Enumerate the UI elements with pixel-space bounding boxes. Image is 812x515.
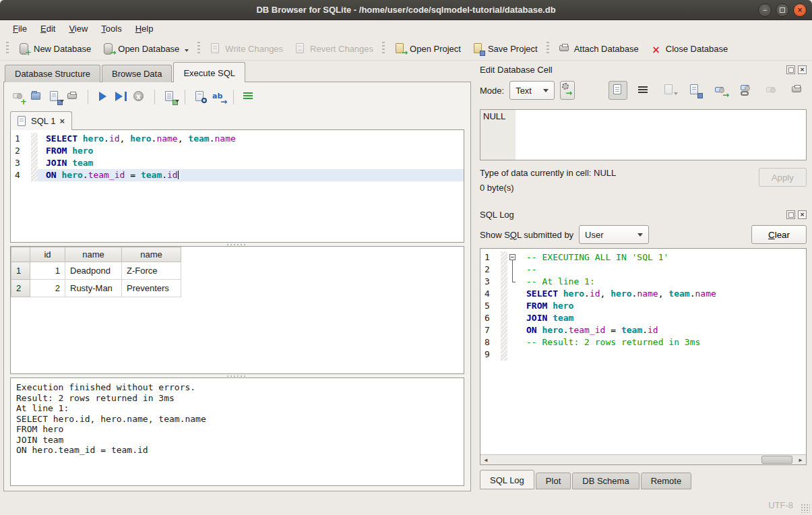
tab-browse-data[interactable]: Browse Data — [102, 65, 172, 82]
sql-editor[interactable]: 1SELECT hero.id, hero.name, team.name2FR… — [10, 129, 464, 243]
code-text[interactable] — [518, 349, 806, 361]
menu-help[interactable]: Help — [129, 22, 160, 36]
code-text[interactable]: -- — [518, 264, 806, 276]
code-line[interactable]: 2FROM hero — [11, 145, 464, 157]
code-line[interactable]: 5FROM hero — [480, 300, 806, 312]
table-cell[interactable]: Deadpond — [65, 262, 122, 280]
edit-cell-dock-title[interactable]: Edit Database Cell × — [480, 62, 807, 77]
sql-log-dock-title[interactable]: SQL Log × — [480, 207, 807, 222]
code-line[interactable]: 4ON hero.team_id = team.id — [11, 169, 464, 181]
code-line[interactable]: 3-- At line 1: — [480, 276, 806, 288]
tab-plot[interactable]: Plot — [536, 473, 571, 489]
code-text[interactable]: SELECT hero.id, hero.name, team.name — [38, 133, 464, 145]
table-cell[interactable]: 2 — [30, 280, 65, 297]
float-dock-icon[interactable] — [786, 65, 795, 74]
close-dock-icon[interactable]: × — [798, 65, 807, 74]
open-project-button[interactable]: → Open Project — [388, 40, 466, 57]
toolbar-grip[interactable] — [197, 42, 200, 55]
menu-tools[interactable]: Tools — [95, 22, 127, 36]
code-text[interactable]: -- Result: 2 rows returned in 3ms — [518, 336, 806, 349]
code-line[interactable]: 2-- — [480, 264, 806, 276]
menu-file[interactable]: File — [7, 22, 33, 36]
find-in-sql-icon[interactable] — [193, 90, 207, 104]
format-case-icon[interactable]: ab→ — [212, 90, 225, 104]
fold-marker-icon[interactable]: − — [507, 251, 518, 264]
code-text[interactable]: -- At line 1: — [518, 276, 806, 288]
toolbar-grip[interactable] — [546, 42, 549, 55]
code-line[interactable]: 6JOIN team — [480, 312, 806, 324]
execute-line-icon[interactable] — [115, 90, 128, 104]
table-cell[interactable]: Z-Force — [122, 262, 181, 280]
column-header[interactable]: id — [30, 247, 65, 262]
code-line[interactable]: 9 — [480, 349, 806, 361]
link-cell-icon[interactable] — [737, 81, 755, 100]
table-cell[interactable]: 1 — [30, 262, 65, 280]
code-text[interactable]: SELECT hero.id, hero.name, team.name — [518, 288, 806, 300]
save-sql-file-icon[interactable] — [48, 90, 61, 104]
minimize-button[interactable]: − — [758, 3, 772, 17]
title-bar[interactable]: DB Browser for SQLite - /home/user/code/… — [0, 0, 812, 20]
new-database-button[interactable]: + New Database — [12, 40, 96, 57]
encoding-indicator[interactable]: UTF-8 — [768, 500, 793, 510]
sql-document-tab[interactable]: SQL 1 × — [10, 111, 72, 130]
print-sql-icon[interactable] — [66, 90, 80, 104]
toolbar-grip[interactable] — [6, 42, 9, 55]
close-dock-icon[interactable]: × — [798, 210, 807, 219]
open-in-external-icon[interactable]: → — [711, 81, 730, 100]
scroll-right-icon[interactable]: ▶ — [795, 455, 806, 465]
code-line[interactable]: 1−-- EXECUTING ALL IN 'SQL 1' — [480, 251, 806, 264]
corner-header[interactable] — [11, 247, 30, 262]
text-mode-icon[interactable] — [608, 81, 627, 100]
submitter-combobox[interactable]: User — [579, 225, 649, 244]
save-project-button[interactable]: Save Project — [466, 40, 543, 57]
row-header[interactable]: 1 — [11, 262, 30, 280]
row-header[interactable]: 2 — [11, 280, 30, 297]
scrollbar-thumb[interactable] — [761, 456, 792, 464]
code-text[interactable]: ON hero.team_id = team.id — [518, 324, 806, 336]
maximize-button[interactable] — [776, 3, 789, 17]
scroll-left-icon[interactable]: ◀ — [480, 455, 491, 465]
code-text[interactable]: ON hero.team_id = team.id — [38, 169, 464, 181]
code-text[interactable]: JOIN team — [518, 312, 806, 324]
save-results-icon[interactable] — [163, 90, 177, 104]
word-wrap-icon[interactable] — [634, 81, 653, 100]
tab-execute-sql[interactable]: Execute SQL — [173, 62, 245, 82]
column-header[interactable]: name — [122, 247, 181, 262]
code-text[interactable]: -- EXECUTING ALL IN 'SQL 1' — [518, 251, 806, 264]
float-dock-icon[interactable] — [786, 210, 795, 219]
print-cell-icon[interactable] — [788, 81, 807, 100]
sql-log-view[interactable]: 1−-- EXECUTING ALL IN 'SQL 1'2--3-- At l… — [480, 248, 807, 465]
horizontal-scrollbar[interactable]: ◀ ▶ — [480, 454, 806, 464]
clear-log-button[interactable]: Clear — [751, 225, 807, 244]
apply-mode-button[interactable]: → — [560, 81, 575, 100]
close-database-button[interactable]: × Close Database — [644, 40, 734, 57]
table-cell[interactable]: Rusty-Man — [65, 280, 122, 297]
toolbar-grip[interactable] — [382, 42, 385, 55]
code-line[interactable]: 1SELECT hero.id, hero.name, team.name — [11, 133, 464, 145]
code-line[interactable]: 3JOIN team — [11, 157, 464, 169]
code-text[interactable]: FROM hero — [518, 300, 806, 312]
resize-grip[interactable] — [801, 504, 810, 513]
code-line[interactable]: 7ON hero.team_id = team.id — [480, 324, 806, 336]
execute-all-icon[interactable] — [96, 90, 110, 104]
export-cell-icon[interactable] — [685, 81, 704, 100]
tab-db-schema[interactable]: DB Schema — [572, 473, 639, 489]
table-cell[interactable]: Preventers — [122, 280, 181, 297]
close-button[interactable]: × — [793, 3, 807, 17]
tab-sql-log[interactable]: SQL Log — [480, 470, 534, 489]
code-line[interactable]: 8-- Result: 2 rows returned in 3ms — [480, 336, 806, 349]
scrollbar-track[interactable] — [491, 455, 795, 464]
mode-combobox[interactable]: Text — [509, 81, 555, 100]
menu-view[interactable]: View — [63, 22, 94, 36]
close-sql-tab-icon[interactable]: × — [59, 116, 65, 126]
auto-format-icon[interactable] — [242, 90, 255, 104]
open-sql-file-icon[interactable] — [30, 90, 43, 104]
attach-database-button[interactable]: Attach Database — [553, 40, 644, 57]
new-sql-tab-icon[interactable]: + — [11, 90, 25, 104]
execution-message[interactable]: Execution finished without errors.Result… — [10, 377, 464, 486]
tab-remote[interactable]: Remote — [641, 473, 692, 489]
tab-database-structure[interactable]: Database Structure — [5, 65, 100, 82]
column-header[interactable]: name — [65, 247, 122, 262]
cell-value-editor[interactable]: NULL — [480, 109, 807, 160]
code-text[interactable]: JOIN team — [38, 157, 464, 169]
